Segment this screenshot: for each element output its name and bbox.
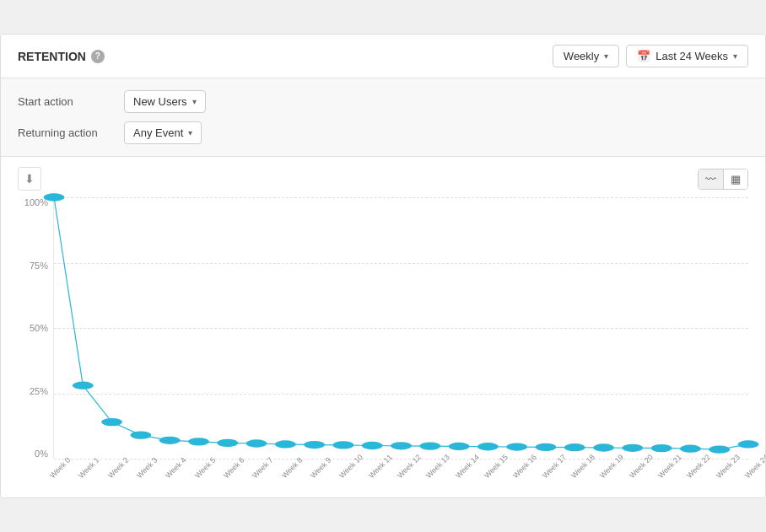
line-chart-button[interactable]: 〰: [699, 169, 724, 189]
chart-toolbar: ⬇ 〰 ▦: [18, 167, 748, 191]
start-action-label: Start action: [18, 95, 111, 108]
chart-wrapper: 100% 75% 50% 25% 0% Week 0Week 1Week: [18, 197, 748, 484]
svg-point-0: [44, 193, 65, 201]
y-label-0: 0%: [35, 449, 48, 459]
svg-point-13: [419, 442, 440, 449]
svg-point-11: [362, 442, 383, 449]
svg-point-6: [217, 439, 238, 447]
svg-point-15: [477, 443, 499, 450]
weekly-dropdown[interactable]: Weekly ▾: [553, 45, 619, 67]
start-action-row: Start action New Users ▾: [18, 90, 748, 113]
title-text: RETENTION: [18, 50, 86, 63]
calendar-icon: 📅: [637, 50, 650, 62]
weekly-chevron-icon: ▾: [604, 51, 608, 61]
svg-point-22: [680, 445, 701, 453]
start-action-value: New Users: [133, 95, 187, 108]
returning-action-label: Returning action: [18, 126, 111, 139]
svg-point-10: [333, 441, 354, 449]
page-title: RETENTION ?: [18, 50, 105, 63]
download-icon: ⬇: [24, 172, 35, 185]
line-chart-svg: [54, 197, 748, 459]
svg-point-20: [622, 444, 643, 452]
svg-point-7: [246, 439, 267, 447]
svg-point-4: [159, 437, 181, 444]
header-controls: Weekly ▾ 📅 Last 24 Weeks ▾: [553, 45, 748, 67]
returning-action-chevron-icon: ▾: [188, 128, 192, 137]
date-range-dropdown[interactable]: 📅 Last 24 Weeks ▾: [626, 45, 748, 67]
y-label-25: 25%: [30, 386, 48, 396]
svg-point-17: [536, 443, 557, 451]
filters-panel: Start action New Users ▾ Returning actio…: [1, 78, 765, 157]
svg-point-3: [131, 431, 152, 438]
svg-point-16: [506, 443, 527, 450]
x-label-5: Week 5: [193, 456, 218, 481]
x-label-3: Week 3: [135, 456, 159, 481]
chart-area: ⬇ 〰 ▦ 100% 75% 50% 25% 0%: [1, 157, 765, 497]
x-label-4: Week 4: [164, 456, 188, 481]
returning-action-row: Returning action Any Event ▾: [18, 121, 748, 144]
download-button[interactable]: ⬇: [18, 167, 41, 191]
chart-plot: [53, 197, 748, 459]
bar-chart-button[interactable]: ▦: [724, 169, 747, 189]
svg-point-5: [188, 438, 209, 445]
x-axis: Week 0Week 1Week 2Week 3Week 4Week 5Week…: [53, 459, 748, 484]
x-label-1: Week 1: [77, 456, 101, 481]
header: RETENTION ? Weekly ▾ 📅 Last 24 Weeks ▾: [1, 35, 765, 78]
svg-point-23: [709, 446, 730, 454]
x-label-7: Week 7: [251, 456, 275, 481]
y-label-75: 75%: [30, 261, 48, 271]
info-icon[interactable]: ?: [91, 50, 105, 63]
y-axis: 100% 75% 50% 25% 0%: [18, 197, 53, 459]
start-action-dropdown[interactable]: New Users ▾: [124, 90, 206, 113]
line-chart-icon: 〰: [705, 173, 716, 185]
svg-point-19: [593, 443, 614, 451]
svg-point-8: [275, 440, 296, 448]
chart-type-toggle: 〰 ▦: [698, 169, 748, 190]
retention-container: RETENTION ? Weekly ▾ 📅 Last 24 Weeks ▾ S…: [0, 34, 766, 498]
x-label-8: Week 8: [280, 456, 305, 481]
y-label-50: 50%: [30, 323, 48, 333]
returning-action-value: Any Event: [133, 126, 183, 139]
svg-point-21: [651, 444, 672, 452]
returning-action-dropdown[interactable]: Any Event ▾: [124, 121, 202, 144]
svg-point-18: [564, 443, 585, 451]
x-label-9: Week 9: [309, 456, 333, 481]
weekly-label: Weekly: [564, 50, 599, 62]
svg-point-1: [73, 382, 94, 390]
svg-point-24: [738, 440, 759, 448]
svg-point-9: [304, 441, 325, 449]
start-action-chevron-icon: ▾: [192, 97, 197, 106]
svg-point-2: [101, 418, 122, 426]
date-range-label: Last 24 Weeks: [655, 50, 728, 62]
x-label-6: Week 6: [222, 456, 246, 481]
date-range-chevron-icon: ▾: [733, 51, 737, 61]
x-label-0: Week 0: [48, 456, 73, 481]
svg-point-12: [391, 442, 412, 449]
x-label-2: Week 2: [106, 456, 131, 481]
svg-point-14: [449, 443, 470, 450]
bar-chart-icon: ▦: [731, 173, 741, 185]
